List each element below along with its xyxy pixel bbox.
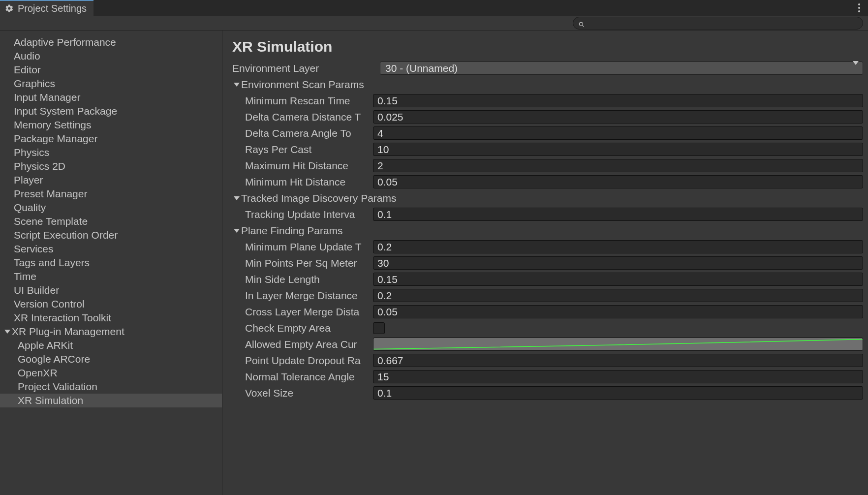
- sidebar-item-adaptive-performance[interactable]: Adaptive Performance: [0, 35, 222, 49]
- dropdown-environment-layer[interactable]: 30 - (Unnamed): [380, 62, 863, 75]
- sidebar-item-preset-manager[interactable]: Preset Manager: [0, 187, 222, 201]
- input-minimum-hit-distance[interactable]: 0.05: [373, 175, 863, 188]
- sidebar-item-google-arcore[interactable]: Google ARCore: [0, 352, 222, 366]
- sidebar-item-xr-simulation[interactable]: XR Simulation: [0, 394, 222, 407]
- sidebar-item-xr-plug-in-management[interactable]: XR Plug-in Management: [0, 325, 222, 339]
- sidebar-item-editor[interactable]: Editor: [0, 63, 222, 77]
- input-tracking-update-interva[interactable]: 0.1: [373, 208, 863, 221]
- section-plane-finding-params[interactable]: Plane Finding Params: [232, 222, 863, 239]
- field-label: Rays Per Cast: [232, 144, 373, 155]
- input-min-side-length[interactable]: 0.15: [373, 273, 863, 286]
- input-cross-layer-merge-dista[interactable]: 0.05: [373, 305, 863, 318]
- sidebar-item-label: Preset Manager: [12, 188, 87, 200]
- sidebar-item-label: Player: [12, 174, 43, 186]
- sidebar-item-time[interactable]: Time: [0, 270, 222, 283]
- field-label: Normal Tolerance Angle: [232, 371, 373, 383]
- sidebar-item-version-control[interactable]: Version Control: [0, 297, 222, 311]
- sidebar-item-apple-arkit[interactable]: Apple ARKit: [0, 339, 222, 352]
- sidebar-item-graphics[interactable]: Graphics: [0, 77, 222, 91]
- input-rays-per-cast[interactable]: 10: [373, 143, 863, 156]
- field-label: Delta Camera Distance T: [232, 111, 373, 123]
- sidebar: Adaptive PerformanceAudioEditorGraphicsI…: [0, 31, 222, 495]
- sidebar-item-project-validation[interactable]: Project Validation: [0, 380, 222, 394]
- label-environment-layer: Environment Layer: [232, 62, 380, 74]
- field-label: Cross Layer Merge Dista: [232, 306, 373, 318]
- input-delta-camera-angle-to[interactable]: 4: [373, 126, 863, 140]
- row-check-empty-area: Check Empty Area: [232, 320, 863, 336]
- gear-icon: [5, 4, 14, 13]
- sidebar-item-physics[interactable]: Physics: [0, 146, 222, 159]
- sidebar-item-player[interactable]: Player: [0, 173, 222, 187]
- foldout-arrow-icon: [232, 83, 241, 87]
- foldout-arrow-icon: [3, 330, 12, 334]
- sidebar-item-label: Editor: [12, 64, 41, 76]
- foldout-arrow-icon: [232, 196, 241, 200]
- tab-bar: Project Settings: [0, 0, 868, 16]
- sidebar-item-ui-builder[interactable]: UI Builder: [0, 283, 222, 297]
- sidebar-item-memory-settings[interactable]: Memory Settings: [0, 118, 222, 132]
- row-min-points-per-sq-meter: Min Points Per Sq Meter30: [232, 255, 863, 271]
- sidebar-item-label: Physics 2D: [12, 160, 65, 172]
- sidebar-item-physics-2d[interactable]: Physics 2D: [0, 159, 222, 173]
- sidebar-item-quality[interactable]: Quality: [0, 201, 222, 215]
- sidebar-item-label: Physics: [12, 147, 49, 158]
- input-minimum-rescan-time[interactable]: 0.15: [373, 94, 863, 107]
- sidebar-item-label: OpenXR: [3, 367, 58, 379]
- sidebar-item-label: Quality: [12, 202, 46, 214]
- input-point-update-dropout-ra[interactable]: 0.667: [373, 354, 863, 367]
- sidebar-item-script-execution-order[interactable]: Script Execution Order: [0, 228, 222, 242]
- content-panel: XR Simulation Environment Layer 30 - (Un…: [222, 31, 868, 495]
- input-in-layer-merge-distance[interactable]: 0.2: [373, 289, 863, 302]
- sidebar-item-xr-interaction-toolkit[interactable]: XR Interaction Toolkit: [0, 311, 222, 325]
- curve-field[interactable]: [373, 338, 863, 351]
- field-label: Tracking Update Interva: [232, 209, 373, 220]
- foldout-arrow-icon: [232, 229, 241, 233]
- svg-point-0: [579, 22, 583, 26]
- sidebar-item-audio[interactable]: Audio: [0, 49, 222, 63]
- field-label: Minimum Hit Distance: [232, 176, 373, 188]
- section-tracked-image-discovery-params[interactable]: Tracked Image Discovery Params: [232, 190, 863, 206]
- input-normal-tolerance-angle[interactable]: 15: [373, 370, 863, 383]
- input-minimum-plane-update-t[interactable]: 0.2: [373, 240, 863, 253]
- tab-project-settings[interactable]: Project Settings: [0, 0, 93, 16]
- section-label: Tracked Image Discovery Params: [241, 192, 396, 204]
- input-min-points-per-sq-meter[interactable]: 30: [373, 256, 863, 270]
- input-maximum-hit-distance[interactable]: 2: [373, 159, 863, 172]
- row-minimum-hit-distance: Minimum Hit Distance0.05: [232, 174, 863, 190]
- field-label: Check Empty Area: [232, 322, 373, 334]
- sidebar-item-tags-and-layers[interactable]: Tags and Layers: [0, 256, 222, 270]
- search-input[interactable]: [573, 17, 863, 30]
- field-label: Voxel Size: [232, 387, 373, 399]
- sidebar-item-label: Input Manager: [12, 92, 80, 103]
- field-label: Delta Camera Angle To: [232, 127, 373, 139]
- input-delta-camera-distance-t[interactable]: 0.025: [373, 110, 863, 124]
- row-point-update-dropout-ra: Point Update Dropout Ra0.667: [232, 352, 863, 369]
- sidebar-item-scene-template[interactable]: Scene Template: [0, 215, 222, 228]
- field-label: In Layer Merge Distance: [232, 290, 373, 302]
- sidebar-item-services[interactable]: Services: [0, 242, 222, 256]
- field-label: Maximum Hit Distance: [232, 160, 373, 172]
- split-pane: Adaptive PerformanceAudioEditorGraphicsI…: [0, 31, 868, 495]
- toolbar: [0, 16, 868, 31]
- field-label: Min Points Per Sq Meter: [232, 257, 373, 269]
- row-in-layer-merge-distance: In Layer Merge Distance0.2: [232, 287, 863, 304]
- sidebar-item-label: Apple ARKit: [3, 340, 73, 351]
- field-label: Minimum Plane Update T: [232, 241, 373, 253]
- dropdown-value: 30 - (Unnamed): [385, 62, 458, 74]
- section-label: Plane Finding Params: [241, 225, 343, 237]
- sidebar-item-label: Project Validation: [3, 381, 97, 393]
- tab-menu-button[interactable]: [854, 2, 864, 14]
- sidebar-item-label: Tags and Layers: [12, 257, 90, 269]
- section-environment-scan-params[interactable]: Environment Scan Params: [232, 76, 863, 93]
- tab-label: Project Settings: [18, 3, 87, 14]
- sidebar-item-label: XR Simulation: [3, 395, 83, 406]
- sidebar-item-label: Time: [12, 271, 36, 282]
- checkbox-check-empty-area[interactable]: [373, 322, 385, 334]
- sidebar-item-package-manager[interactable]: Package Manager: [0, 132, 222, 146]
- input-voxel-size[interactable]: 0.1: [373, 386, 863, 400]
- sidebar-item-input-system-package[interactable]: Input System Package: [0, 104, 222, 118]
- sidebar-item-label: Google ARCore: [3, 353, 90, 365]
- sidebar-item-label: Version Control: [12, 298, 85, 310]
- sidebar-item-input-manager[interactable]: Input Manager: [0, 91, 222, 104]
- sidebar-item-openxr[interactable]: OpenXR: [0, 366, 222, 380]
